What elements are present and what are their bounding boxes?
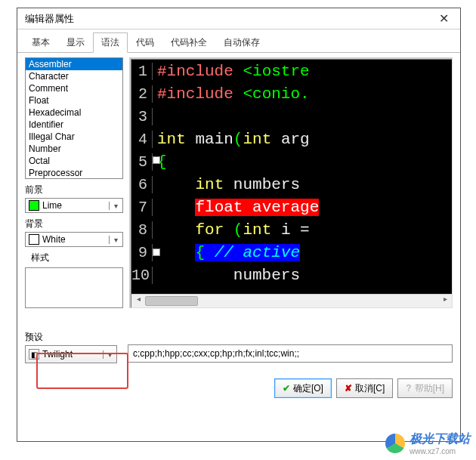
gutter-marker	[153, 156, 160, 164]
gutter-marker	[153, 249, 160, 256]
list-item[interactable]: Float	[26, 94, 122, 107]
code-line: 5{	[131, 150, 452, 173]
code-line: 2#include <conio.	[131, 82, 452, 105]
list-item[interactable]: Assembler	[26, 58, 122, 70]
help-label: 帮助[H]	[415, 382, 444, 395]
scroll-track[interactable]	[145, 295, 438, 307]
tab-显示[interactable]: 显示	[58, 32, 93, 52]
preset-column: 预设 ◧ Twilight ▾	[25, 326, 117, 363]
code-content: #include <conio.	[153, 85, 310, 103]
list-item[interactable]: Character	[26, 70, 122, 82]
code-content: for (int i =	[153, 221, 310, 239]
code-line: 7 float average	[131, 196, 452, 218]
list-item[interactable]: Hexadecimal	[26, 107, 122, 119]
line-number: 10	[131, 267, 153, 284]
line-number: 4	[131, 131, 153, 148]
foreground-swatch	[29, 200, 39, 211]
code-line: 9 { // active	[131, 241, 452, 264]
code-preview-panel: 1#include <iostre2#include <conio.34int …	[129, 57, 453, 308]
code-content: int numbers	[153, 176, 300, 193]
tab-代码补全[interactable]: 代码补全	[162, 32, 215, 52]
dialog-button-row: ✔ 确定[O] ✘ 取消[C] ? 帮助[H]	[25, 378, 453, 398]
preset-row: 预设 ◧ Twilight ▾	[25, 326, 453, 363]
line-number: 7	[131, 199, 153, 216]
tab-代码[interactable]: 代码	[128, 32, 162, 52]
help-icon: ?	[406, 383, 411, 394]
list-item[interactable]: Comment	[26, 82, 122, 94]
code-editor-preview: 1#include <iostre2#include <conio.34int …	[131, 60, 452, 294]
file-extensions-input[interactable]	[128, 344, 453, 363]
style-label: 样式	[25, 252, 123, 264]
code-content: { // active	[153, 244, 300, 261]
list-item[interactable]: Identifier	[26, 119, 122, 131]
scroll-left-icon[interactable]: ◂	[131, 295, 145, 307]
tab-strip: 基本显示语法代码代码补全自动保存	[17, 32, 460, 53]
upper-panel: AssemblerCharacterCommentFloatHexadecima…	[25, 57, 453, 308]
background-color-combo[interactable]: White ▾	[25, 232, 123, 247]
chevron-down-icon: ▾	[109, 236, 122, 244]
preset-icon: ◧	[29, 349, 39, 360]
syntax-element-list[interactable]: AssemblerCharacterCommentFloatHexadecima…	[25, 57, 123, 179]
tab-基本[interactable]: 基本	[23, 32, 58, 52]
preset-label: 预设	[25, 331, 117, 344]
list-item[interactable]: Illegal Char	[26, 131, 122, 143]
code-line: 6 int numbers	[131, 173, 452, 196]
ok-label: 确定[O]	[293, 382, 323, 395]
foreground-color-combo[interactable]: Lime ▾	[25, 198, 123, 213]
preset-combo[interactable]: ◧ Twilight ▾	[25, 345, 117, 363]
style-list[interactable]	[25, 267, 123, 308]
code-content: numbers	[153, 267, 300, 284]
line-number: 5	[131, 153, 153, 171]
x-icon: ✘	[345, 383, 352, 394]
scroll-thumb[interactable]	[145, 296, 198, 306]
scroll-right-icon[interactable]: ▸	[438, 295, 452, 307]
watermark-url: www.xz7.com	[410, 447, 470, 455]
foreground-label: 前景	[25, 184, 123, 196]
code-line: 4int main(int arg	[131, 128, 452, 150]
line-number: 6	[131, 176, 153, 193]
check-icon: ✔	[283, 383, 290, 394]
dialog-body: AssemblerCharacterCommentFloatHexadecima…	[17, 53, 460, 441]
titlebar: 编辑器属性 ✕	[17, 8, 460, 29]
foreground-value: Lime	[42, 200, 109, 211]
line-number: 3	[131, 108, 153, 125]
line-number: 8	[131, 221, 153, 239]
code-content: int main(int arg	[153, 131, 310, 148]
code-line: 3	[131, 105, 452, 128]
line-number: 2	[131, 85, 153, 103]
dialog-window: 编辑器属性 ✕ 基本显示语法代码代码补全自动保存 AssemblerCharac…	[17, 8, 461, 442]
code-line: 1#include <iostre	[131, 60, 452, 82]
line-number: 9	[131, 244, 153, 261]
horizontal-scrollbar[interactable]: ◂ ▸	[131, 294, 452, 307]
close-icon[interactable]: ✕	[431, 11, 456, 26]
tab-语法[interactable]: 语法	[93, 32, 128, 53]
help-button[interactable]: ? 帮助[H]	[397, 378, 453, 398]
cancel-label: 取消[C]	[355, 382, 385, 395]
background-swatch	[29, 234, 39, 245]
background-label: 背景	[25, 218, 123, 230]
list-item[interactable]: Number	[26, 143, 122, 155]
cancel-button[interactable]: ✘ 取消[C]	[336, 378, 393, 398]
tab-自动保存[interactable]: 自动保存	[215, 32, 268, 52]
code-content: #include <iostre	[153, 63, 310, 80]
list-item[interactable]: Preprocessor	[26, 167, 122, 179]
preset-value: Twilight	[42, 349, 103, 360]
window-title: 编辑器属性	[25, 12, 431, 26]
line-number: 1	[131, 63, 153, 80]
left-column: AssemblerCharacterCommentFloatHexadecima…	[25, 57, 123, 308]
list-item[interactable]: Octal	[26, 155, 122, 167]
code-line: 10 numbers	[131, 264, 452, 286]
background-value: White	[42, 234, 109, 245]
code-line: 8 for (int i =	[131, 218, 452, 241]
chevron-down-icon: ▾	[103, 350, 116, 359]
chevron-down-icon: ▾	[109, 202, 122, 210]
code-content: float average	[153, 199, 319, 216]
ok-button[interactable]: ✔ 确定[O]	[274, 378, 332, 398]
